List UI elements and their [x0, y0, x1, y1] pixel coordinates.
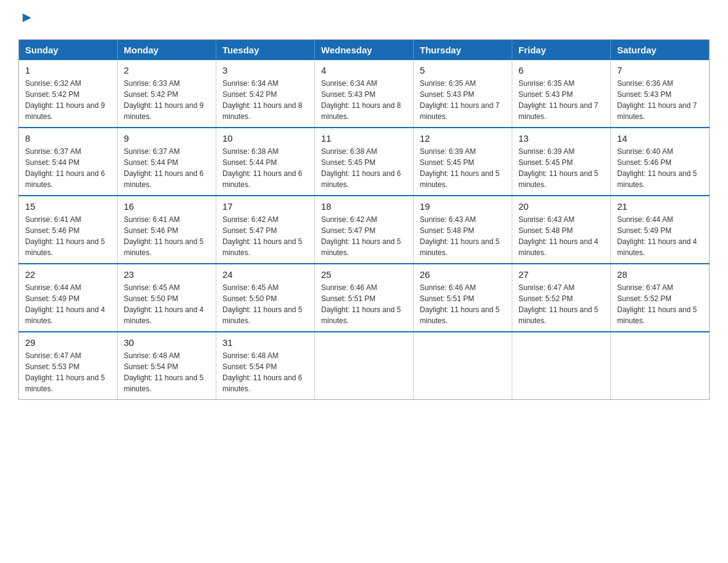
day-info: Sunrise: 6:37 AM Sunset: 5:44 PM Dayligh…: [25, 146, 111, 190]
calendar-cell: 21 Sunrise: 6:44 AM Sunset: 5:49 PM Dayl…: [611, 196, 710, 264]
calendar-cell: 31 Sunrise: 6:48 AM Sunset: 5:54 PM Dayl…: [216, 332, 315, 400]
day-number: 5: [420, 65, 506, 75]
day-number: 16: [124, 201, 210, 212]
day-info: Sunrise: 6:33 AM Sunset: 5:42 PM Dayligh…: [124, 78, 210, 122]
calendar-cell: 2 Sunrise: 6:33 AM Sunset: 5:42 PM Dayli…: [118, 60, 216, 128]
day-info: Sunrise: 6:32 AM Sunset: 5:42 PM Dayligh…: [25, 78, 111, 122]
calendar-cell: 18 Sunrise: 6:42 AM Sunset: 5:47 PM Dayl…: [315, 196, 414, 264]
weekday-header-wednesday: Wednesday: [315, 40, 414, 61]
day-number: 3: [222, 65, 308, 75]
calendar-week-row: 22 Sunrise: 6:44 AM Sunset: 5:49 PM Dayl…: [19, 264, 710, 332]
day-number: 10: [222, 133, 308, 144]
weekday-header-tuesday: Tuesday: [216, 40, 315, 61]
calendar-cell: 13 Sunrise: 6:39 AM Sunset: 5:45 PM Dayl…: [512, 128, 611, 196]
calendar-cell: 3 Sunrise: 6:34 AM Sunset: 5:42 PM Dayli…: [216, 60, 315, 128]
day-number: 13: [518, 133, 604, 144]
day-info: Sunrise: 6:39 AM Sunset: 5:45 PM Dayligh…: [420, 146, 506, 190]
calendar-cell: 10 Sunrise: 6:38 AM Sunset: 5:44 PM Dayl…: [216, 128, 315, 196]
calendar-cell: [611, 332, 710, 400]
calendar-cell: [512, 332, 611, 400]
logo-arrow-icon: [20, 11, 34, 27]
calendar-cell: 7 Sunrise: 6:36 AM Sunset: 5:43 PM Dayli…: [611, 60, 710, 128]
day-number: 30: [124, 337, 210, 348]
calendar-cell: 12 Sunrise: 6:39 AM Sunset: 5:45 PM Dayl…: [414, 128, 512, 196]
calendar-cell: 11 Sunrise: 6:38 AM Sunset: 5:45 PM Dayl…: [315, 128, 414, 196]
calendar-cell: 25 Sunrise: 6:46 AM Sunset: 5:51 PM Dayl…: [315, 264, 414, 332]
calendar-cell: 28 Sunrise: 6:47 AM Sunset: 5:52 PM Dayl…: [611, 264, 710, 332]
day-info: Sunrise: 6:44 AM Sunset: 5:49 PM Dayligh…: [617, 214, 703, 258]
day-number: 29: [25, 337, 111, 348]
day-info: Sunrise: 6:47 AM Sunset: 5:53 PM Dayligh…: [25, 350, 111, 394]
day-info: Sunrise: 6:34 AM Sunset: 5:42 PM Dayligh…: [222, 78, 308, 122]
calendar-cell: 30 Sunrise: 6:48 AM Sunset: 5:54 PM Dayl…: [118, 332, 216, 400]
day-number: 14: [617, 133, 703, 144]
calendar-cell: 22 Sunrise: 6:44 AM Sunset: 5:49 PM Dayl…: [19, 264, 118, 332]
weekday-header-monday: Monday: [118, 40, 216, 61]
day-info: Sunrise: 6:36 AM Sunset: 5:43 PM Dayligh…: [617, 78, 703, 122]
calendar-cell: 1 Sunrise: 6:32 AM Sunset: 5:42 PM Dayli…: [19, 60, 118, 128]
day-number: 12: [420, 133, 506, 144]
day-number: 6: [518, 65, 604, 75]
day-number: 23: [124, 269, 210, 280]
calendar-cell: [315, 332, 414, 400]
logo: [18, 12, 34, 28]
day-info: Sunrise: 6:35 AM Sunset: 5:43 PM Dayligh…: [518, 78, 604, 122]
day-info: Sunrise: 6:47 AM Sunset: 5:52 PM Dayligh…: [518, 282, 604, 326]
day-number: 11: [321, 133, 407, 144]
calendar-week-row: 15 Sunrise: 6:41 AM Sunset: 5:46 PM Dayl…: [19, 196, 710, 264]
day-info: Sunrise: 6:42 AM Sunset: 5:47 PM Dayligh…: [321, 214, 407, 258]
day-info: Sunrise: 6:43 AM Sunset: 5:48 PM Dayligh…: [420, 214, 506, 258]
weekday-header-friday: Friday: [512, 40, 611, 61]
day-number: 8: [25, 133, 111, 144]
day-number: 24: [222, 269, 308, 280]
day-info: Sunrise: 6:46 AM Sunset: 5:51 PM Dayligh…: [321, 282, 407, 326]
day-info: Sunrise: 6:47 AM Sunset: 5:52 PM Dayligh…: [617, 282, 703, 326]
calendar-cell: 15 Sunrise: 6:41 AM Sunset: 5:46 PM Dayl…: [19, 196, 118, 264]
day-info: Sunrise: 6:38 AM Sunset: 5:45 PM Dayligh…: [321, 146, 407, 190]
calendar-cell: 17 Sunrise: 6:42 AM Sunset: 5:47 PM Dayl…: [216, 196, 315, 264]
day-number: 17: [222, 201, 308, 212]
calendar-cell: 26 Sunrise: 6:46 AM Sunset: 5:51 PM Dayl…: [414, 264, 512, 332]
day-number: 27: [518, 269, 604, 280]
calendar-cell: 8 Sunrise: 6:37 AM Sunset: 5:44 PM Dayli…: [19, 128, 118, 196]
day-info: Sunrise: 6:44 AM Sunset: 5:49 PM Dayligh…: [25, 282, 111, 326]
calendar-table: SundayMondayTuesdayWednesdayThursdayFrid…: [18, 39, 710, 400]
weekday-header-row: SundayMondayTuesdayWednesdayThursdayFrid…: [19, 40, 710, 61]
day-number: 22: [25, 269, 111, 280]
day-info: Sunrise: 6:41 AM Sunset: 5:46 PM Dayligh…: [25, 214, 111, 258]
calendar-cell: [414, 332, 512, 400]
day-number: 9: [124, 133, 210, 144]
day-number: 2: [124, 65, 210, 75]
day-info: Sunrise: 6:48 AM Sunset: 5:54 PM Dayligh…: [222, 350, 308, 394]
calendar-cell: 9 Sunrise: 6:37 AM Sunset: 5:44 PM Dayli…: [118, 128, 216, 196]
day-number: 1: [25, 65, 111, 75]
day-info: Sunrise: 6:40 AM Sunset: 5:46 PM Dayligh…: [617, 146, 703, 190]
day-number: 15: [25, 201, 111, 212]
weekday-header-thursday: Thursday: [414, 40, 512, 61]
calendar-cell: 29 Sunrise: 6:47 AM Sunset: 5:53 PM Dayl…: [19, 332, 118, 400]
day-number: 21: [617, 201, 703, 212]
day-number: 7: [617, 65, 703, 75]
day-info: Sunrise: 6:37 AM Sunset: 5:44 PM Dayligh…: [124, 146, 210, 190]
day-info: Sunrise: 6:34 AM Sunset: 5:43 PM Dayligh…: [321, 78, 407, 122]
calendar-cell: 16 Sunrise: 6:41 AM Sunset: 5:46 PM Dayl…: [118, 196, 216, 264]
calendar-cell: 23 Sunrise: 6:45 AM Sunset: 5:50 PM Dayl…: [118, 264, 216, 332]
weekday-header-saturday: Saturday: [611, 40, 710, 61]
calendar-week-row: 1 Sunrise: 6:32 AM Sunset: 5:42 PM Dayli…: [19, 60, 710, 128]
calendar-cell: 20 Sunrise: 6:43 AM Sunset: 5:48 PM Dayl…: [512, 196, 611, 264]
day-info: Sunrise: 6:41 AM Sunset: 5:46 PM Dayligh…: [124, 214, 210, 258]
day-info: Sunrise: 6:35 AM Sunset: 5:43 PM Dayligh…: [420, 78, 506, 122]
calendar-cell: 4 Sunrise: 6:34 AM Sunset: 5:43 PM Dayli…: [315, 60, 414, 128]
calendar-week-row: 8 Sunrise: 6:37 AM Sunset: 5:44 PM Dayli…: [19, 128, 710, 196]
calendar-cell: 19 Sunrise: 6:43 AM Sunset: 5:48 PM Dayl…: [414, 196, 512, 264]
calendar-cell: 14 Sunrise: 6:40 AM Sunset: 5:46 PM Dayl…: [611, 128, 710, 196]
calendar-cell: 5 Sunrise: 6:35 AM Sunset: 5:43 PM Dayli…: [414, 60, 512, 128]
day-info: Sunrise: 6:45 AM Sunset: 5:50 PM Dayligh…: [222, 282, 308, 326]
day-info: Sunrise: 6:39 AM Sunset: 5:45 PM Dayligh…: [518, 146, 604, 190]
day-info: Sunrise: 6:46 AM Sunset: 5:51 PM Dayligh…: [420, 282, 506, 326]
calendar-cell: 27 Sunrise: 6:47 AM Sunset: 5:52 PM Dayl…: [512, 264, 611, 332]
day-number: 19: [420, 201, 506, 212]
calendar-cell: 24 Sunrise: 6:45 AM Sunset: 5:50 PM Dayl…: [216, 264, 315, 332]
day-number: 28: [617, 269, 703, 280]
day-number: 25: [321, 269, 407, 280]
